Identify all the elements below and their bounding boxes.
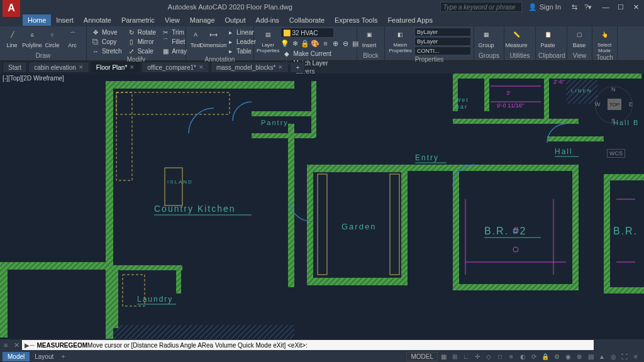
osnap-icon[interactable]: □ (494, 351, 506, 361)
layer-state-icon[interactable]: 🎨 (311, 39, 319, 48)
menu-view[interactable]: View (160, 14, 185, 26)
add-layout-icon[interactable]: + (58, 353, 67, 360)
cleanscreen-icon[interactable]: ⛶ (619, 351, 630, 361)
insert-tool[interactable]: ▣Insert (360, 28, 379, 48)
layer-state-icon[interactable]: ⊕ (331, 39, 340, 48)
stretch-tool[interactable]: ↔Stretch (89, 47, 124, 55)
command-line[interactable]: ≡ ✕ ▶─ MEASUREGEOM Move cursor or [Dista… (0, 339, 644, 351)
model-button[interactable]: MODEL (406, 352, 438, 361)
table-tool[interactable]: ▸Table (224, 47, 258, 55)
layer-dropdown[interactable]: 🟨32 HVAC (280, 28, 334, 38)
menu-manage[interactable]: Manage (185, 14, 220, 26)
layer-state-icon[interactable]: 🔒 (301, 39, 309, 48)
snap-icon[interactable]: ⊞ (449, 351, 460, 361)
exchange-icon[interactable]: ⇆ (569, 2, 579, 12)
search-input[interactable] (440, 2, 522, 12)
menu-featured-apps[interactable]: Featured Apps (382, 14, 438, 26)
viewcube[interactable]: TOP N S E W (595, 86, 633, 124)
copy-tool[interactable]: ⿻Copy (89, 37, 124, 46)
svg-rect-6 (0, 262, 8, 337)
layout-tab[interactable]: Layout (30, 352, 58, 361)
layer-state-icon[interactable]: ⊖ (341, 39, 350, 48)
workspace-icon[interactable]: ⚙ (551, 351, 562, 361)
cycling-icon[interactable]: ⟳ (528, 351, 540, 361)
circle-tool[interactable]: ○Circle (43, 28, 62, 48)
trim-tool[interactable]: ✂Trim (159, 28, 189, 36)
polar-icon[interactable]: ✛ (472, 351, 483, 361)
command-close-icon[interactable]: ✕ (14, 341, 19, 349)
menu-annotate[interactable]: Annotate (79, 14, 116, 26)
minimize-button[interactable]: — (600, 3, 611, 11)
line-tool[interactable]: ╱Line (3, 28, 21, 48)
group-tool[interactable]: ▦Group (477, 28, 496, 48)
annoscale-icon[interactable]: 🔒 (540, 351, 551, 361)
layer-state-icon[interactable]: ❄ (291, 39, 299, 48)
polyline-tool[interactable]: ⩍Polyline (23, 28, 42, 48)
annomon-icon[interactable]: ◉ (562, 351, 574, 361)
array-tool[interactable]: ▦Array (159, 47, 189, 55)
close-tab-icon[interactable]: ✕ (130, 64, 135, 70)
help-icon[interactable]: ?▾ (583, 2, 593, 12)
customize-icon[interactable]: ≡ (630, 351, 641, 361)
dim-1: 2'-6" (553, 79, 565, 85)
viewcube-top[interactable]: TOP (608, 99, 621, 110)
select-mode-tool[interactable]: 👆Select Mode (595, 28, 614, 53)
menu-add-ins[interactable]: Add-ins (251, 14, 284, 26)
make-current-tool[interactable]: ◆Make Current (280, 49, 360, 58)
isodraft-icon[interactable]: ◇ (483, 351, 494, 361)
file-tab[interactable]: office_compare1*✕ (142, 62, 209, 73)
mirror-tool[interactable]: ▯Mirror (125, 37, 158, 46)
app-logo[interactable]: A (3, 0, 20, 17)
rotate-tool[interactable]: ↻Rotate (125, 28, 158, 36)
command-input[interactable]: ▶─ MEASUREGEOM Move cursor or [Distance … (22, 340, 594, 350)
base-view-tool[interactable]: ▢Base (570, 28, 589, 48)
arc-tool[interactable]: ⌒Arc (63, 28, 82, 48)
ortho-icon[interactable]: ∟ (460, 351, 472, 361)
hardware-icon[interactable]: ▲ (596, 351, 608, 361)
layer-state-icon[interactable]: ≡ (321, 39, 330, 48)
menu-home[interactable]: Home (23, 14, 51, 26)
file-tab[interactable]: Floor Plan*✕ (91, 62, 140, 73)
linear-tool[interactable]: ▸Linear (224, 28, 258, 36)
close-button[interactable]: ✕ (630, 3, 641, 11)
layer-state-icon[interactable]: 💡 (280, 39, 289, 48)
fillet-tool[interactable]: ⌒Fillet (159, 37, 189, 46)
paste-tool[interactable]: 📋Paste (538, 28, 557, 48)
lineweight-icon[interactable]: ≡ (506, 351, 517, 361)
units-icon[interactable]: ⊕ (574, 351, 585, 361)
property-dropdown[interactable]: ByLayer (414, 28, 471, 36)
model-tab[interactable]: Model (3, 352, 30, 361)
scale-tool[interactable]: ⤢Scale (125, 47, 158, 55)
command-history-icon[interactable]: ≡ (4, 341, 8, 349)
move-tool[interactable]: ✥Move (89, 28, 124, 36)
isolate-icon[interactable]: ◎ (608, 351, 619, 361)
file-tab[interactable]: cabin elevation✕ (28, 62, 89, 73)
close-tab-icon[interactable]: ✕ (199, 64, 204, 70)
maximize-button[interactable]: ☐ (615, 3, 626, 11)
svg-rect-20 (572, 165, 579, 290)
file-tab[interactable]: Start (3, 62, 27, 73)
menu-collaborate[interactable]: Collaborate (284, 14, 330, 26)
layer-properties-tool[interactable]: ▤Layer Properties (257, 28, 279, 53)
wcs-indicator[interactable]: WCS (607, 149, 625, 158)
label-laundry: Laundry (137, 295, 173, 304)
leader-tool[interactable]: ▸Leader (224, 37, 258, 46)
menu-insert[interactable]: Insert (51, 14, 79, 26)
match-properties-tool[interactable]: ◧Match Properties (387, 28, 413, 53)
file-tab[interactable]: mass_model_blocks*✕ (211, 62, 289, 73)
menu-output[interactable]: Output (220, 14, 251, 26)
property-dropdown[interactable]: ByLayer (414, 37, 471, 46)
dimension-tool[interactable]: ⟷Dimension (204, 28, 223, 48)
signin-button[interactable]: 👤 Sign In (528, 3, 561, 11)
drawing-viewport[interactable]: [-][Top][2D Wireframe] (0, 74, 644, 339)
grid-icon[interactable]: ▦ (438, 351, 449, 361)
measure-tool[interactable]: 📏Measure (507, 28, 526, 48)
quickprop-icon[interactable]: ▤ (585, 351, 596, 361)
property-dropdown[interactable]: CONTI... (414, 47, 471, 55)
menu-express-tools[interactable]: Express Tools (330, 14, 382, 26)
transparency-icon[interactable]: ◐ (517, 351, 528, 361)
close-tab-icon[interactable]: ✕ (278, 64, 283, 70)
new-tab-button[interactable]: + (290, 62, 305, 73)
close-tab-icon[interactable]: ✕ (79, 64, 84, 70)
menu-parametric[interactable]: Parametric (116, 14, 160, 26)
